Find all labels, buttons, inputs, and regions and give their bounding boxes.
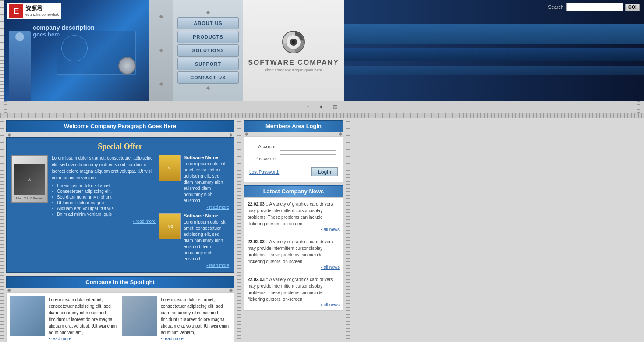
nav-top-diamond — [206, 11, 210, 14]
offer-list-item-0: •Lorem ipsum dolor sit amet — [52, 183, 156, 189]
account-row: Account: — [248, 142, 339, 151]
nav-solutions[interactable]: SOLUTIONS — [177, 44, 239, 57]
offer-main-row: X Mac OS X Server Lorem ipsum dolor sit … — [11, 155, 229, 268]
nav-contact-us[interactable]: CONTACT US — [177, 71, 239, 84]
search-button[interactable]: GO! — [625, 4, 640, 11]
spotlight-header: Company In the Spotlight — [6, 276, 234, 288]
offer-list-item-1: •Consectetuer adipiscing elit, — [52, 189, 156, 194]
offer-list-item-3: •Ut laoreet dolore magna — [52, 200, 156, 206]
product-item-1: IMG Software Name Lorem ipsum dolor sit … — [159, 213, 229, 268]
right-column: Members Area Login Account: Password: — [241, 118, 346, 342]
offer-list: •Lorem ipsum dolor sit amet •Consectetue… — [52, 183, 156, 217]
brand-name: SOFTWARE COMPANY — [248, 59, 339, 67]
news-item-0: 22.02.03 :: A variety of graphics card d… — [244, 198, 343, 235]
latest-news-section: Latest Company News 22.02.03 :: A variet… — [244, 185, 343, 311]
header-right-panel: Search: GO! — [344, 0, 644, 101]
product-1-text: Software Name Lorem ipsum dolor sit amet… — [184, 213, 229, 268]
login-actions: Lost Password: Login — [248, 167, 339, 176]
logo-e-box: E — [9, 4, 23, 18]
arrow-up-icon[interactable]: ↑ — [307, 103, 310, 110]
logo-chinese: 资源君 — [25, 5, 59, 12]
password-row: Password: — [248, 154, 339, 163]
news-0-text: 22.02.03 :: A variety of graphics card d… — [248, 201, 340, 227]
spotlight-0-text: Lorem ipsum dolor sit amet, consectetuer… — [49, 296, 118, 336]
news-item-1: 22.02.03 :: A variety of graphics card d… — [244, 235, 343, 273]
spotlight-0-text-area: Lorem ipsum dolor sit amet, consectetuer… — [49, 296, 118, 341]
special-offer-box: Special Offer X Mac OS X Server Lorem ip… — [6, 137, 234, 273]
spotlight-1-text: Lorem ipsum dolor sit amet, consectetuer… — [161, 296, 230, 336]
offer-read-more[interactable]: • read more — [52, 219, 156, 224]
main-content: Welcome Company Paragraph Goes Here Spec… — [0, 118, 644, 342]
product-1-name: Software Name — [184, 213, 229, 218]
person-head — [15, 32, 24, 41]
nav-about-us[interactable]: ABOUT US — [177, 17, 239, 29]
person-figure — [9, 31, 31, 101]
nav-support[interactable]: SUPPORT — [177, 58, 239, 70]
ruler-icon-bar-left — [4, 101, 7, 113]
news-1-date: 22.02.03 — [248, 239, 265, 244]
product-item-0: IMG Software Name Lorem ipsum dolor sit … — [159, 155, 229, 210]
mail-icon[interactable]: ✉ — [333, 103, 338, 110]
spotlight-1-image — [122, 296, 157, 336]
news-0-all-link[interactable]: • all news — [248, 227, 340, 232]
special-offer-title: Special Offer — [11, 142, 229, 151]
offer-list-item-5: •Bnim ad minim veniam, quis — [52, 211, 156, 217]
spotlight-1-read-more[interactable]: • read more — [161, 336, 184, 341]
ruler-left — [0, 0, 4, 101]
decorative-knob — [118, 57, 136, 75]
lost-password-link[interactable]: Lost Password: — [249, 170, 279, 175]
product-0-read-more[interactable]: • read more — [184, 205, 229, 210]
spotlight-item-0: Lorem ipsum dolor sit amet, consectetuer… — [10, 296, 118, 341]
offer-text-area: Lorem ipsum dolor sit amet, consectetuer… — [52, 155, 156, 268]
members-divider — [244, 133, 343, 135]
login-button[interactable]: Login — [311, 167, 338, 176]
nav-panel: ABOUT US PRODUCTS SOLUTIONS SUPPORT CONT… — [173, 0, 243, 101]
divider-diamond-r — [229, 133, 233, 137]
far-right-area — [350, 118, 644, 342]
blue-stripe-1 — [344, 24, 644, 44]
logo-area: E 资源君 eyunzhu.com/vdisk — [7, 3, 61, 19]
ruler-icon-bar-right — [637, 101, 640, 113]
offer-list-item-2: •Sed diam nonummy nibhunt — [52, 194, 156, 200]
nav-products[interactable]: PRODUCTS — [177, 31, 239, 43]
spotlight-1-text-area: Lorem ipsum dolor sit amet, consectetuer… — [161, 296, 230, 341]
offer-product-image: X Mac OS X Server — [11, 155, 48, 203]
members-login-section: Members Area Login Account: Password: — [244, 120, 343, 182]
welcome-divider — [6, 134, 234, 136]
deco-diamond-2 — [159, 49, 163, 52]
spotlight-0-read-more[interactable]: • read more — [49, 336, 71, 341]
nav-bottom-diamond — [206, 86, 210, 90]
offer-list-item-4: •Aliquam erat volutpat. tUt wisi — [52, 206, 156, 211]
account-input[interactable] — [280, 142, 336, 151]
welcome-header: Welcome Company Paragraph Goes Here — [6, 120, 234, 132]
logo-text: 资源君 eyunzhu.com/vdisk — [25, 5, 59, 18]
deco-diamond-1 — [159, 15, 163, 18]
divider-diamond-l — [7, 133, 11, 137]
password-input[interactable] — [280, 154, 336, 163]
ruler-content-middle — [237, 118, 241, 342]
search-input[interactable] — [566, 3, 623, 11]
product-1-read-more[interactable]: • read more — [184, 263, 229, 268]
news-0-date: 22.02.03 — [248, 202, 265, 207]
password-label: Password: — [248, 156, 277, 161]
product-0-text: Software Name Lorem ipsum dolor sit amet… — [184, 155, 229, 210]
product-0-desc: Lorem ipsum dolor sit amet, consectetuer… — [184, 161, 229, 204]
news-1-text: 22.02.03 :: A variety of graphics card d… — [248, 239, 340, 265]
spotlight-item-1: Lorem ipsum dolor sit amet, consectetuer… — [122, 296, 230, 341]
spotlight-0-image — [10, 296, 45, 336]
left-column: Welcome Company Paragraph Goes Here Spec… — [4, 118, 237, 342]
news-header: Latest Company News — [244, 185, 343, 197]
center-decoration — [149, 0, 173, 101]
news-2-all-link[interactable]: • all news — [248, 303, 340, 307]
spotlight-divider — [6, 289, 234, 292]
deco-diamond-3 — [159, 82, 163, 86]
plus-icon[interactable]: ✦ — [318, 103, 324, 110]
company-desc-line1: company description — [33, 24, 95, 31]
product-0-image: IMG — [159, 155, 181, 181]
logo-url: eyunzhu.com/vdisk — [25, 12, 59, 18]
news-list: 22.02.03 :: A variety of graphics card d… — [244, 197, 343, 311]
news-1-all-link[interactable]: • all news — [248, 265, 340, 270]
products-col: IMG Software Name Lorem ipsum dolor sit … — [159, 155, 229, 268]
product-1-desc: Lorem ipsum dolor sit amet, consectetuer… — [184, 219, 229, 262]
members-header: Members Area Login — [244, 120, 343, 132]
